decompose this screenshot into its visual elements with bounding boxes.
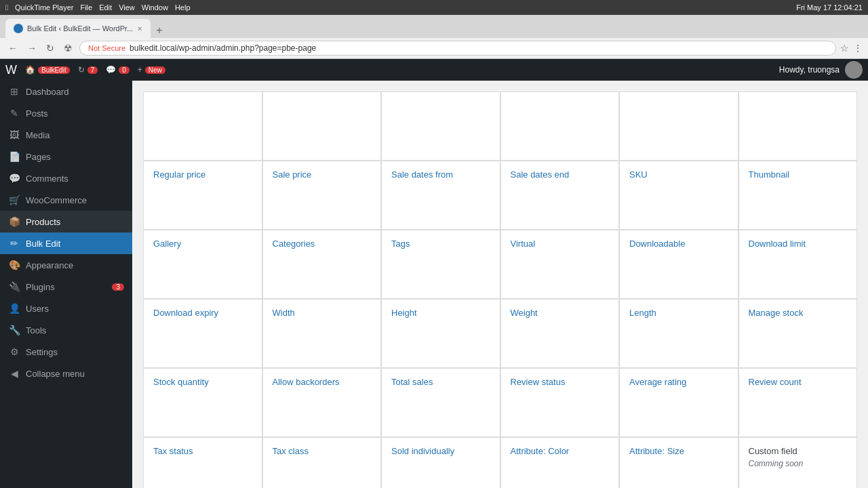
home-button[interactable]: ☢ — [61, 41, 75, 55]
field-cell-review-status[interactable]: Review status — [501, 369, 619, 436]
gallery-link[interactable]: Gallery — [153, 239, 252, 249]
sidebar-item-users[interactable]: 👤 Users — [0, 298, 132, 319]
field-cell-width[interactable]: Width — [263, 300, 381, 367]
sidebar-item-collapse[interactable]: ◀ Collapse menu — [0, 363, 132, 384]
field-cell-download-limit[interactable]: Download limit — [739, 230, 857, 298]
field-cell-categories[interactable]: Categories — [263, 230, 381, 298]
sidebar-item-media[interactable]: 🖼 Media — [0, 124, 132, 146]
updates-count[interactable]: ↻ 7 — [78, 65, 98, 75]
field-cell-sale-price[interactable]: Sale price — [263, 161, 381, 229]
sidebar-label-comments: Comments — [26, 174, 68, 184]
field-cell-downloadable[interactable]: Downloadable — [620, 230, 738, 298]
field-cell-sale-dates-from[interactable]: Sale dates from — [382, 161, 500, 229]
total-sales-link[interactable]: Total sales — [391, 377, 490, 387]
tab-close-button[interactable]: ✕ — [137, 25, 142, 33]
sidebar-label-products: Products — [26, 217, 60, 227]
sidebar-label-users: Users — [26, 304, 49, 314]
downloadable-link[interactable]: Downloadable — [629, 239, 728, 249]
field-cell-tags[interactable]: Tags — [382, 230, 500, 298]
field-cell-empty-2 — [263, 92, 381, 160]
wp-layout: ⊞ Dashboard ✎ Posts 🖼 Media 📄 Pages 💬 Co… — [0, 81, 868, 488]
wp-admin-bar-left: W 🏠 BulkEdit ↻ 7 💬 0 + New — [5, 63, 772, 77]
field-cell-stock-quantity[interactable]: Stock quantity — [144, 369, 262, 436]
sale-dates-end-link[interactable]: Sale dates end — [511, 169, 610, 180]
sidebar-item-comments[interactable]: 💬 Comments — [0, 167, 132, 189]
new-content-button[interactable]: + New — [138, 65, 165, 75]
mac-menu-view[interactable]: View — [119, 3, 135, 12]
field-cell-allow-backorders[interactable]: Allow backorders — [263, 369, 381, 436]
field-cell-average-rating[interactable]: Average rating — [620, 369, 738, 436]
field-cell-download-expiry[interactable]: Download expiry — [144, 300, 262, 367]
sidebar-item-tools[interactable]: 🔧 Tools — [0, 319, 132, 341]
sale-price-link[interactable]: Sale price — [273, 169, 372, 180]
field-cell-length[interactable]: Length — [620, 300, 738, 367]
address-bar[interactable]: Not Secure bulkedit.local/wp-admin/admin… — [79, 41, 836, 56]
allow-backorders-link[interactable]: Allow backorders — [273, 377, 372, 387]
tags-link[interactable]: Tags — [391, 239, 490, 249]
nav-actions: ☆ ⋮ — [840, 43, 863, 54]
field-cell-virtual[interactable]: Virtual — [501, 230, 619, 298]
field-cell-weight[interactable]: Weight — [501, 300, 619, 367]
extensions-button[interactable]: ⋮ — [853, 43, 863, 54]
sku-link[interactable]: SKU — [629, 169, 728, 180]
sold-individually-link[interactable]: Sold individually — [391, 446, 490, 456]
sidebar-item-appearance[interactable]: 🎨 Appearance — [0, 254, 132, 276]
review-count-link[interactable]: Review count — [749, 377, 848, 387]
width-link[interactable]: Width — [273, 308, 372, 318]
download-limit-link[interactable]: Download limit — [749, 239, 848, 249]
sidebar-item-dashboard[interactable]: ⊞ Dashboard — [0, 81, 132, 102]
tax-class-link[interactable]: Tax class — [273, 446, 372, 456]
download-expiry-link[interactable]: Download expiry — [153, 308, 252, 318]
sale-dates-from-link[interactable]: Sale dates from — [391, 169, 490, 180]
thumbnail-link[interactable]: Thumbnail — [749, 169, 848, 180]
sidebar-item-products[interactable]: 📦 Products — [0, 211, 132, 232]
virtual-link[interactable]: Virtual — [511, 239, 610, 249]
height-link[interactable]: Height — [391, 308, 490, 318]
field-cell-total-sales[interactable]: Total sales — [382, 369, 500, 436]
manage-stock-link[interactable]: Manage stock — [749, 308, 848, 318]
comments-count[interactable]: 💬 0 — [106, 65, 130, 75]
field-cell-sale-dates-end[interactable]: Sale dates end — [501, 161, 619, 229]
sidebar-item-woocommerce[interactable]: 🛒 WooCommerce — [0, 189, 132, 211]
mac-time: Fri May 17 12:04:21 — [796, 3, 863, 12]
sidebar-item-posts[interactable]: ✎ Posts — [0, 102, 132, 124]
regular-price-link[interactable]: Regular price — [153, 169, 252, 180]
attribute-color-link[interactable]: Attribute: Color — [511, 446, 610, 456]
length-link[interactable]: Length — [629, 308, 728, 318]
field-cell-attribute-color[interactable]: Attribute: Color — [501, 438, 619, 488]
forward-button[interactable]: → — [24, 41, 39, 55]
mac-menu-edit[interactable]: Edit — [99, 3, 112, 12]
back-button[interactable]: ← — [5, 41, 20, 55]
tax-status-link[interactable]: Tax status — [153, 446, 252, 456]
mac-menu-window[interactable]: Window — [142, 3, 168, 12]
field-cell-regular-price[interactable]: Regular price — [144, 161, 262, 229]
field-cell-gallery[interactable]: Gallery — [144, 230, 262, 298]
site-name[interactable]: 🏠 BulkEdit — [25, 65, 70, 75]
sidebar-item-settings[interactable]: ⚙ Settings — [0, 341, 132, 363]
field-cell-sold-individually[interactable]: Sold individually — [382, 438, 500, 488]
new-tab-button[interactable]: + — [152, 23, 166, 38]
attribute-size-link[interactable]: Attribute: Size — [629, 446, 728, 456]
categories-link[interactable]: Categories — [273, 239, 372, 249]
field-cell-attribute-size[interactable]: Attribute: Size — [620, 438, 738, 488]
field-cell-sku[interactable]: SKU — [620, 161, 738, 229]
weight-link[interactable]: Weight — [511, 308, 610, 318]
apple-icon:  — [5, 3, 8, 12]
stock-quantity-link[interactable]: Stock quantity — [153, 377, 252, 387]
mac-menu-file[interactable]: File — [80, 3, 92, 12]
sidebar-item-pages[interactable]: 📄 Pages — [0, 146, 132, 167]
review-status-link[interactable]: Review status — [511, 377, 610, 387]
field-cell-height[interactable]: Height — [382, 300, 500, 367]
field-cell-review-count[interactable]: Review count — [739, 369, 857, 436]
sidebar-item-plugins[interactable]: 🔌 Plugins 3 — [0, 276, 132, 298]
average-rating-link[interactable]: Average rating — [629, 377, 728, 387]
field-cell-tax-status[interactable]: Tax status — [144, 438, 262, 488]
active-tab[interactable]: Bulk Edit ‹ BulkEdit — WordPr... ✕ — [5, 19, 151, 38]
field-cell-manage-stock[interactable]: Manage stock — [739, 300, 857, 367]
field-cell-tax-class[interactable]: Tax class — [263, 438, 381, 488]
mac-menu-help[interactable]: Help — [175, 3, 191, 12]
sidebar-item-bulk-edit[interactable]: ✏ Bulk Edit — [0, 232, 132, 254]
bookmark-button[interactable]: ☆ — [840, 43, 849, 54]
refresh-button[interactable]: ↻ — [43, 41, 57, 55]
field-cell-thumbnail[interactable]: Thumbnail — [739, 161, 857, 229]
